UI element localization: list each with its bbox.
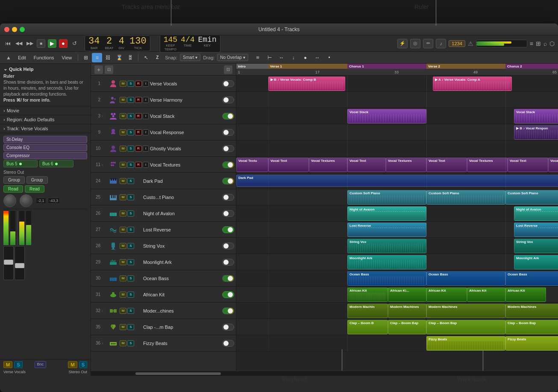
minimize-button[interactable] xyxy=(12,27,17,32)
track-toggle-25[interactable] xyxy=(222,194,234,201)
track-s-btn-10[interactable]: S xyxy=(127,146,134,152)
region-fizzy-beats-2[interactable]: Fizzy Beats xyxy=(505,336,558,351)
ch1-m-button[interactable]: M xyxy=(3,361,12,368)
track-s-btn-30[interactable]: S xyxy=(127,275,134,281)
region-custom-piano-2[interactable]: Custom Soft Piano xyxy=(426,190,505,205)
fast-forward-icon[interactable]: ▶▶ xyxy=(26,39,34,48)
track-name-25[interactable]: Custo...t Piano xyxy=(143,195,221,200)
region-clap-3[interactable]: Clap – Boom Bap xyxy=(426,320,505,334)
pan-knob[interactable] xyxy=(3,194,16,207)
list-view-button[interactable]: ≡ xyxy=(530,40,533,47)
region-string-vox-1[interactable]: String Vox xyxy=(347,239,426,253)
track-toggle-32[interactable] xyxy=(222,307,234,314)
score-button[interactable]: ♪ xyxy=(436,39,446,48)
cycle-button[interactable]: ↺ xyxy=(70,39,79,48)
region-vocal-response-1[interactable]: ▶ B ♪ Vocal Respon xyxy=(514,125,558,140)
track-m-btn-31[interactable]: M xyxy=(120,292,126,298)
track-i-btn-1[interactable]: I xyxy=(143,81,149,87)
expand-32[interactable]: › xyxy=(102,309,107,313)
track-i-btn-9[interactable]: I xyxy=(143,129,149,135)
track-m-btn-24[interactable]: M xyxy=(120,178,126,184)
track-name-24[interactable]: Dark Pad xyxy=(143,178,221,184)
track-toggle-3[interactable] xyxy=(222,113,234,120)
region-verse-vocals-comp-a[interactable]: ▶ A ♪ Verse Vocals: Comp A xyxy=(433,76,512,91)
track-i-btn-3[interactable]: I xyxy=(143,113,149,119)
track-header-icon[interactable]: ⊡ xyxy=(105,65,113,74)
track-toggle-9[interactable] xyxy=(222,129,234,136)
maximize-button[interactable] xyxy=(20,27,25,32)
down-arrow-button[interactable]: ↓ xyxy=(288,53,299,62)
region-vocal-textures-3[interactable]: Vocal Text xyxy=(347,158,386,172)
region-night-of-avalon-2[interactable]: Night of Avalon xyxy=(514,206,558,221)
track-name-31[interactable]: African Kit xyxy=(143,292,221,297)
track-name-3[interactable]: Vocal Stack xyxy=(150,114,221,119)
record-button[interactable]: ● xyxy=(59,39,68,48)
functions-menu[interactable]: Functions xyxy=(30,54,58,61)
region-african-kit-5[interactable]: African Kit xyxy=(505,287,546,302)
region-modern-machines-4[interactable]: Modern Machines xyxy=(505,304,558,318)
track-m-btn-9[interactable]: M xyxy=(120,129,126,135)
snap-value[interactable]: Smart ▾ xyxy=(180,54,200,61)
track-m-btn-26[interactable]: M xyxy=(120,211,126,216)
plugin-console-eq[interactable]: Console EQ xyxy=(3,144,87,151)
track-name-35[interactable]: Clap -...m Bap xyxy=(143,325,221,330)
link-right-button[interactable]: ↔ xyxy=(312,53,323,62)
movie-section[interactable]: › Movie xyxy=(0,106,91,115)
region-custom-piano-1[interactable]: Custom Soft Piano xyxy=(347,190,426,205)
region-clap-2[interactable]: Clap – Boom Bap xyxy=(388,320,426,334)
track-m-btn-30[interactable]: M xyxy=(120,275,126,281)
dot-button[interactable]: • xyxy=(324,53,335,62)
send-fader[interactable] xyxy=(15,246,25,280)
track-toggle-27[interactable] xyxy=(222,226,234,233)
region-section[interactable]: › Region: Audio Defaults xyxy=(0,115,91,124)
region-african-kit-4[interactable]: African Kit xyxy=(467,287,505,302)
track-name-1[interactable]: Verse Vocals xyxy=(150,81,221,86)
rewind-icon[interactable]: ◀◀ xyxy=(15,39,23,48)
track-m-btn-11[interactable]: M xyxy=(120,162,126,168)
track-i-btn-11[interactable]: I xyxy=(143,162,149,168)
ch2-s-button[interactable]: S xyxy=(79,361,87,368)
region-clap-1[interactable]: Clap – Boom B xyxy=(347,320,388,334)
region-ocean-bass-3[interactable]: Ocean Bass xyxy=(505,271,558,286)
track-toggle-24[interactable] xyxy=(222,178,234,184)
track-m-btn-32[interactable]: M xyxy=(120,308,126,314)
region-vocal-textures-0[interactable]: Vocal Textu xyxy=(236,158,268,172)
expand-3[interactable]: › xyxy=(102,114,107,118)
track-name-26[interactable]: Night of Avalon xyxy=(143,211,221,216)
track-name-9[interactable]: Vocal Response xyxy=(150,130,221,135)
track-toggle-2[interactable] xyxy=(222,97,234,103)
track-m-btn-35[interactable]: M xyxy=(120,324,126,330)
region-vocal-textures-4[interactable]: Vocal Textures xyxy=(386,158,426,172)
add-track-button[interactable]: + xyxy=(94,65,103,74)
circle-button[interactable]: ● xyxy=(300,53,311,62)
track-s-btn-24[interactable]: S xyxy=(127,178,134,184)
track-s-btn-2[interactable]: S xyxy=(127,97,134,103)
region-african-kit-3[interactable]: African Kit xyxy=(426,287,467,302)
track-section[interactable]: › Track: Verse Vocals xyxy=(0,124,91,133)
track-up-button[interactable]: ▲ xyxy=(3,54,14,61)
track-r-btn-10[interactable]: R xyxy=(135,146,142,152)
play-button[interactable]: ▶ xyxy=(48,39,56,48)
track-toggle-11[interactable] xyxy=(222,161,234,168)
region-modern-machines-3[interactable]: Modern Machines xyxy=(426,304,505,318)
metronome-button[interactable]: ⚡ xyxy=(397,39,408,48)
track-s-btn-31[interactable]: S xyxy=(127,292,134,298)
track-m-btn-3[interactable]: M xyxy=(120,113,126,119)
search-button[interactable]: ⌕ xyxy=(543,40,547,47)
scroll-thumb[interactable] xyxy=(135,372,221,375)
track-s-btn-11[interactable]: S xyxy=(127,162,134,168)
track-toggle-31[interactable] xyxy=(222,291,234,298)
go-to-beginning-icon[interactable]: ⏮ xyxy=(3,39,12,48)
track-s-btn-35[interactable]: S xyxy=(127,324,134,330)
track-name-30[interactable]: Ocean Bass xyxy=(143,276,221,281)
track-toggle-10[interactable] xyxy=(222,145,234,152)
track-s-btn-32[interactable]: S xyxy=(127,308,134,314)
region-ocean-bass-2[interactable]: Ocean Bass xyxy=(426,271,505,286)
track-m-btn-29[interactable]: M xyxy=(120,259,126,265)
track-name-11[interactable]: Vocal Textures xyxy=(150,162,221,167)
flex-button[interactable]: ⌛ xyxy=(114,53,124,62)
track-name-36[interactable]: Fizzy Beats xyxy=(143,341,221,346)
ch2-m-button[interactable]: M xyxy=(68,361,77,368)
track-toggle-1[interactable] xyxy=(222,80,234,87)
track-m-btn-25[interactable]: M xyxy=(120,194,126,200)
